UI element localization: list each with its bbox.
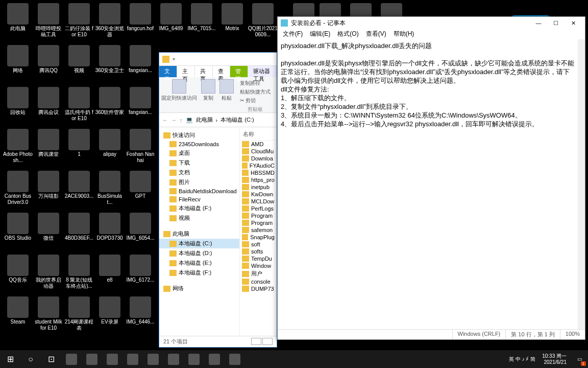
menu-item[interactable]: 查看(V) (363, 29, 389, 39)
tab-share[interactable]: 共享 (195, 66, 213, 77)
desktop-icon[interactable]: 腾讯课堂 (34, 129, 63, 157)
notepad-content[interactable]: physxloader.dll下载_解决physxloader.dll丢失的问题… (278, 39, 578, 329)
pin-button[interactable]: 固定到快速访问 (161, 79, 197, 110)
taskbar-app-8[interactable] (204, 350, 225, 368)
desktop-icon[interactable]: IMG_7015... (187, 3, 216, 32)
file-item[interactable]: Program (240, 212, 277, 219)
desktop-icon[interactable]: 8 聚龙(短线车终点站)... (64, 255, 94, 289)
taskbar-app-2[interactable] (82, 350, 102, 368)
desktop-icon[interactable]: 360安全浏览器 (95, 3, 125, 38)
file-item[interactable]: Window (240, 262, 277, 269)
taskbar-app-4[interactable] (122, 350, 143, 368)
sidebar-item[interactable]: 快速访问 (159, 130, 239, 140)
desktop-icon[interactable]: 视频 (64, 45, 94, 74)
desktop-icon[interactable]: QQ图片20210609... (248, 3, 278, 38)
file-item[interactable]: soft (240, 241, 277, 248)
column-name[interactable]: 名称 (240, 128, 277, 141)
breadcrumb-drive[interactable]: 本地磁盘 (C:) (220, 116, 254, 124)
desktop-icon[interactable]: Motrix (217, 3, 247, 32)
file-item[interactable]: PerfLogs (240, 205, 277, 212)
desktop-icon[interactable]: fangcun.hof (126, 3, 155, 32)
tab-drive-tools[interactable]: 驱动器工具 (248, 66, 277, 77)
sidebar-item[interactable]: 桌面 (159, 148, 239, 158)
desktop-icon[interactable]: alipay (95, 129, 125, 157)
sidebar-item[interactable]: 本地磁盘 (F:) (159, 268, 239, 278)
desktop-icon[interactable]: 2ACE9003... (64, 171, 94, 199)
explorer-titlebar[interactable]: ▾ (159, 53, 277, 66)
desktop-icon[interactable]: 此电脑 (3, 3, 33, 32)
copy-button[interactable]: 复制 (201, 79, 215, 110)
desktop-icon[interactable]: e8 (95, 255, 125, 283)
tab-view[interactable]: 查看 (213, 66, 231, 77)
desktop-icon[interactable]: 360安全卫士 (95, 45, 125, 74)
cut[interactable]: ✂ 剪切 (238, 97, 273, 105)
desktop-icon[interactable]: fangxian... (126, 87, 155, 116)
desktop-icon[interactable]: 214网课课程表 (64, 296, 94, 331)
address-bar[interactable]: ← → ↑ 💻 此电脑 › 本地磁盘 (C:) (159, 113, 277, 127)
maximize-button[interactable]: ☐ (547, 17, 565, 29)
tab-home[interactable]: 主页 (177, 66, 195, 77)
up-button[interactable]: ↑ (180, 117, 183, 123)
sidebar-item[interactable]: 图片 (159, 177, 239, 187)
minimize-button[interactable]: — (530, 17, 547, 29)
sidebar-item[interactable]: 网络 (159, 284, 239, 293)
taskbar-explorer[interactable] (225, 350, 245, 368)
copy-path[interactable]: 复制路径 (238, 79, 273, 87)
desktop-icon[interactable]: 二奶仔涂装 for E10 (64, 3, 94, 38)
desktop-icon[interactable]: 4B0D36EF... (64, 213, 94, 241)
desktop-icon[interactable]: 360软件管家 (95, 87, 125, 116)
desktop-icon[interactable]: Adobe Photosh... (3, 129, 33, 164)
menu-item[interactable]: 编辑(E) (307, 29, 333, 39)
file-item[interactable]: FYAudioC (240, 162, 277, 169)
taskbar-app-7[interactable] (184, 350, 204, 368)
file-item[interactable]: https_pro (240, 176, 277, 183)
close-button[interactable]: ✕ (565, 17, 582, 29)
desktop-icon[interactable]: IMG_6172... (126, 255, 155, 283)
menu-item[interactable]: 帮助(H) (390, 29, 418, 39)
desktop-icon[interactable]: Foshan Nanhai (126, 129, 155, 164)
sidebar-item[interactable]: 下载 (159, 158, 239, 168)
sidebar-item[interactable]: 此电脑 (159, 229, 239, 239)
file-item[interactable]: console (240, 278, 277, 285)
tab-manage[interactable]: 管理 (230, 66, 248, 77)
file-item[interactable]: Program (240, 219, 277, 226)
sidebar-item[interactable]: 本地磁盘 (C:) (159, 239, 239, 248)
file-item[interactable]: SnapPlug (240, 234, 277, 241)
desktop-icon[interactable]: GPT (126, 171, 155, 199)
file-item[interactable]: DUMP73 (240, 285, 277, 292)
taskbar-app-3[interactable] (102, 350, 122, 368)
sidebar-item[interactable]: 视频 (159, 213, 239, 223)
desktop-icon[interactable]: 微信 (34, 213, 63, 241)
desktop-icon[interactable]: 1 (64, 129, 94, 157)
desktop-icon[interactable]: DOPD3730 (95, 213, 125, 241)
task-view-button[interactable]: ⊡ (41, 350, 61, 368)
file-item[interactable]: CloudMu (240, 148, 277, 155)
file-item[interactable]: MCLDow (240, 198, 277, 205)
desktop-icon[interactable]: 万兴喵影 (34, 171, 63, 199)
view-details-icon[interactable] (251, 338, 261, 345)
desktop-icon[interactable]: 温氏纯牛奶 for E10 (64, 87, 94, 122)
desktop-icon[interactable]: Canton Bus Driver3.0 (3, 171, 33, 205)
sidebar-item[interactable]: FileRecv (159, 195, 239, 203)
file-item[interactable]: HBSSMD (240, 169, 277, 176)
desktop-icon[interactable]: 哔哩哔哩投稿工具 (34, 3, 63, 38)
forward-button[interactable]: → (171, 117, 177, 123)
view-large-icon[interactable] (262, 338, 273, 345)
desktop-icon[interactable]: OBS Studio (3, 213, 33, 241)
file-item[interactable]: AMD (240, 141, 277, 148)
desktop-icon[interactable]: 腾讯会议 (34, 87, 63, 116)
desktop-icon[interactable]: 我的世界启动器 (34, 255, 63, 289)
notepad-titlebar[interactable]: 安装前必看 - 记事本 — ☐ ✕ (278, 17, 585, 29)
file-item[interactable]: 用户 (240, 269, 277, 278)
menu-item[interactable]: 格式(O) (334, 29, 361, 39)
desktop-icon[interactable]: Steam (3, 296, 33, 325)
sidebar-item[interactable]: BaiduNetdiskDownload (159, 187, 239, 195)
start-button[interactable]: ⊞ (0, 350, 20, 368)
sidebar-item[interactable]: 本地磁盘 (E:) (159, 258, 239, 268)
desktop-icon[interactable]: IMG_6489 (156, 3, 186, 32)
scrollbar[interactable] (578, 39, 585, 329)
sidebar-item[interactable]: 文档 (159, 168, 239, 177)
sidebar-item[interactable]: 本地磁盘 (F:) (159, 203, 239, 213)
desktop-icon[interactable]: fangxian... (126, 45, 155, 74)
taskbar-app-6[interactable] (163, 350, 184, 368)
